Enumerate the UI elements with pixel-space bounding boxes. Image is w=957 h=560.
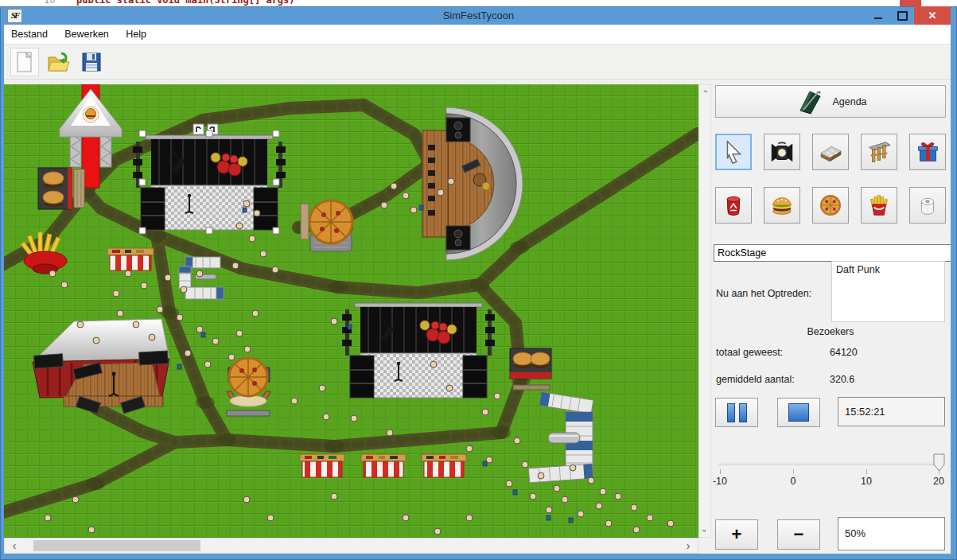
average-visitors-label: gemiddeld aantal: [716,374,795,385]
control-panel: Agenda [714,80,947,550]
new-file-button[interactable] [10,48,39,76]
pause-icon [727,403,747,422]
tool-hamburger[interactable] [764,187,800,224]
clock-display: 15:52:21 [838,397,945,426]
tool-entrance-gate[interactable] [861,134,897,170]
tool-present[interactable] [909,134,946,170]
scroll-up-icon[interactable]: › [698,86,711,97]
save-file-button[interactable] [77,48,106,76]
hamburger-icon [768,192,796,219]
cursor-icon [720,138,747,165]
tool-toilet-roll[interactable] [909,187,946,224]
app-window: SF SimFestTycoon ✕ Bestand Bewerken Help [0,6,957,560]
total-visitors-value: 64120 [830,347,858,358]
tool-path-tile[interactable] [812,134,849,170]
scroll-down-icon[interactable]: › [698,525,711,536]
window-title: SimFestTycoon [0,6,957,25]
fries-icon [866,192,893,219]
stop-button[interactable] [777,398,820,427]
scroll-right-icon[interactable]: › [680,539,696,553]
slider-tick-minus10: -10 [704,476,736,487]
background-code-fragment: public static void main(String[] args) [76,0,295,6]
minimize-icon [874,18,882,19]
festival-map[interactable] [4,84,698,538]
scroll-left-icon[interactable]: ‹ [6,539,22,553]
zoom-level-display: 50% [838,517,945,550]
tool-trash-bin[interactable] [715,187,752,224]
zoom-out-button[interactable]: − [777,519,820,550]
titlebar[interactable]: SF SimFestTycoon ✕ [0,6,957,25]
stage-light-icon [768,138,796,165]
new-file-icon [14,51,36,73]
minimize-button[interactable] [866,6,890,25]
stop-icon [788,403,809,422]
agenda-button[interactable]: Agenda [715,85,946,118]
menu-help[interactable]: Help [119,25,154,44]
slider-tick-20: 20 [923,476,951,487]
maximize-icon [897,11,908,21]
toilet-roll-icon [914,192,941,219]
now-performing-value: Daft Punk [831,261,945,322]
path-tile-icon [817,138,844,165]
striped-stand-1[interactable] [107,248,154,270]
horizontal-scroll-thumb[interactable] [33,540,200,551]
agenda-label: Agenda [832,96,866,107]
agenda-icon [794,88,823,115]
speed-slider-track[interactable] [718,462,944,465]
maximize-button[interactable] [890,6,914,25]
entrance-gate-icon [866,138,893,165]
pause-button[interactable] [715,398,758,427]
map-vertical-scrollbar[interactable]: › › [698,84,711,538]
background-close-button-sliver [900,0,921,6]
menu-bewerken[interactable]: Bewerken [57,25,116,44]
now-performing-label: Nu aan het Optreden: [716,288,811,299]
toolbar [4,45,951,80]
zoom-in-button[interactable]: + [715,519,758,550]
stage-rockstage[interactable] [133,135,286,230]
tool-fries[interactable] [861,187,897,224]
background-window-sliver: 10 public static void main(String[] args… [0,0,957,6]
total-visitors-label: totaal geweest: [716,347,783,358]
save-file-icon [80,51,103,73]
menu-bestand[interactable]: Bestand [4,25,55,44]
map-horizontal-scrollbar[interactable]: ‹ › [4,538,698,554]
stage-center[interactable] [342,303,495,398]
slider-tick-0: 0 [777,476,809,487]
background-line-number: 10 [44,0,55,6]
open-file-icon [46,50,70,74]
selected-object-name-input[interactable] [714,244,951,262]
close-button[interactable]: ✕ [914,6,951,25]
striped-stand-2[interactable] [300,454,344,477]
present-icon [914,138,941,165]
tool-select[interactable] [715,134,752,170]
tool-pizza[interactable] [812,187,849,224]
striped-stand-4[interactable] [422,454,466,477]
pizza-icon [817,192,844,219]
striped-stand-3[interactable] [361,454,406,477]
average-visitors-value: 320.6 [830,374,854,385]
tool-stage-light[interactable] [764,134,800,170]
menu-bar: Bestand Bewerken Help [4,25,951,45]
burger-stand-1[interactable] [38,168,72,209]
slider-tick-10: 10 [850,476,882,487]
open-file-button[interactable] [44,48,72,76]
trash-bin-icon [720,192,747,219]
visitors-header: Bezoekers [714,326,947,337]
bench-1[interactable] [74,169,84,208]
close-icon: ✕ [928,10,937,21]
